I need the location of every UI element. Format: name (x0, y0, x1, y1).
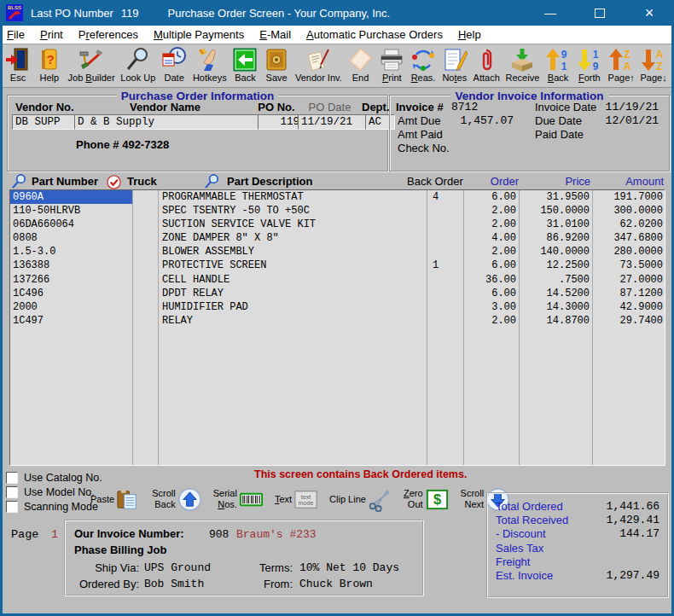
table-row[interactable]: 136388PROTECTIVE SCREEN16.0012.250073.50… (10, 259, 665, 272)
totals-value: 1,297.49 (591, 569, 659, 582)
action-zero-out[interactable]: ZeroOut$ (404, 487, 450, 512)
toolbar-print[interactable]: Print (377, 47, 406, 87)
truck-check-icon[interactable] (106, 174, 122, 190)
svg-text:?: ? (46, 52, 54, 67)
toolbar-hotkeys[interactable]: Hotkeys (191, 47, 229, 87)
action-serial[interactable]: SerialNos. (213, 487, 264, 512)
paid-date-label: Paid Date (535, 128, 584, 141)
check-no-label: Check No. (398, 142, 450, 154)
invoice-no-label: Invoice # (396, 101, 444, 113)
checkbox-use-catalog-no[interactable] (6, 472, 18, 484)
table-row[interactable]: 0960APROGRAMMABLE THERMOSTAT46.0031.9500… (10, 190, 665, 204)
due-date-label: Due Date (535, 114, 582, 127)
cell-part-description (159, 369, 427, 382)
price-header: Price (519, 175, 590, 188)
menu-multiple-payments[interactable]: Multiple Payments (146, 28, 252, 41)
toolbar-notes[interactable]: Notes (440, 47, 469, 87)
table-row[interactable]: 1C496DPDT RELAY6.0014.520087.1200 (10, 287, 665, 300)
toolbar: Esc?HelpJob BuilderLook UpDateHotkeysBac… (0, 45, 674, 88)
terms-label: Terms: (219, 561, 293, 574)
toolbar-look-up[interactable]: Look Up (119, 47, 157, 87)
table-row[interactable]: 137266CELL HANDLE36.00.750027.0000 (10, 273, 665, 287)
cell-price (520, 410, 593, 424)
cell-order: 2.00 (464, 204, 520, 218)
toolbar-forth-19[interactable]: 19Forth (575, 47, 604, 87)
cell-part-number (10, 355, 133, 369)
cell-truck (133, 369, 159, 382)
cell-truck (133, 438, 159, 451)
toolbar-page-down[interactable]: AZPage↓ (639, 47, 669, 87)
window-controls: — × (526, 0, 674, 26)
toolbar-save[interactable]: Save (262, 47, 291, 87)
toolbar-vendor-inv[interactable]: Vendor Inv. (293, 47, 344, 87)
table-row[interactable]: 2000HUMIDIFIER PAD3.0014.300042.9000 (10, 300, 665, 314)
menu-automatic-purchase-orders[interactable]: Automatic Purchase Orders (299, 28, 450, 41)
page-down-icon: AZ (641, 47, 666, 73)
toolbar-esc[interactable]: Esc (3, 47, 32, 87)
cell-part-description (159, 328, 427, 341)
invoice-date-value: 11/19/21 (595, 101, 659, 113)
toolbar-attach[interactable]: Attach (472, 47, 502, 87)
maximize-button[interactable] (575, 0, 625, 26)
toolbar-back-arrow[interactable]: Back (230, 47, 259, 87)
toolbar-help[interactable]: ?Help (35, 47, 64, 87)
table-row[interactable]: 0808ZONE DAMPER 8" X 8"4.0086.9200347.68… (10, 231, 665, 245)
menu-print[interactable]: Print (32, 28, 71, 41)
table-row[interactable]: 1.5-3.0BLOWER ASSEMBLY2.00140.0000280.00… (10, 245, 665, 259)
cell-back-order (427, 218, 464, 231)
cell-part-description: BLOWER ASSEMBLY (159, 245, 427, 259)
menu-help[interactable]: Help (450, 28, 489, 41)
vendor-no-field[interactable]: DB SUPP (12, 114, 79, 130)
svg-text:9: 9 (592, 61, 598, 73)
invoice-no-value: 8712 (451, 101, 478, 113)
action-paste[interactable]: Paste (90, 487, 141, 512)
cell-truck (133, 396, 159, 410)
cell-amount (593, 396, 665, 410)
cell-part-description: HUMIDIFIER PAD (159, 300, 427, 314)
toolbar-back-91[interactable]: 91Back (543, 47, 572, 87)
cell-part-number: 1C496 (10, 287, 133, 300)
cell-part-number: 137266 (10, 273, 133, 287)
cell-back-order (427, 273, 464, 287)
window-title: Purchase Order Screen - Your Company, In… (168, 7, 391, 20)
table-row[interactable]: 110-50HLRVBSPEC TSENTRY -50 TO +50C2.001… (10, 204, 665, 218)
action-clip-line[interactable]: Clip Line (329, 487, 392, 512)
toolbar-label: Back (548, 73, 568, 83)
po-no-field[interactable]: 119 (258, 114, 303, 130)
toolbar-label: Vendor Inv. (295, 73, 342, 83)
toolbar-receive[interactable]: Receive (504, 47, 542, 87)
last-po-label: Last PO Number (31, 7, 113, 20)
action-scroll-up[interactable]: ScrollBack (152, 487, 202, 512)
cell-back-order (427, 341, 464, 355)
cell-order (464, 424, 520, 438)
checkbox-scanning-mode[interactable] (6, 501, 18, 513)
close-button[interactable]: × (625, 0, 674, 26)
toolbar-label: Date (164, 73, 183, 83)
table-row[interactable]: 06DA660064SUCTION SERVICE VALVE KIT2.003… (10, 218, 665, 231)
truck-header: Truck (127, 175, 157, 188)
checkbox-use-model-no[interactable] (6, 486, 18, 498)
toolbar-reassign[interactable]: Reas. (409, 47, 438, 87)
toolbar-end[interactable]: End (346, 47, 375, 87)
search-description-icon[interactable] (204, 173, 220, 189)
title-bar[interactable]: BLSS Last PO Number 119 Purchase Order S… (0, 0, 674, 26)
toolbar-label: Help (39, 73, 59, 83)
minimize-button[interactable]: — (526, 0, 575, 26)
vendor-name-field[interactable]: D & B Supply (74, 114, 263, 130)
table-row[interactable]: 1C497RELAY2.0014.870029.7400 (10, 314, 665, 328)
menu-e-mail[interactable]: E-Mail (252, 28, 299, 41)
menu-file[interactable]: File (0, 28, 32, 41)
toolbar-job-builder[interactable]: Job Builder (67, 47, 117, 87)
last-po-number: 119 (121, 7, 139, 20)
menu-preferences[interactable]: Preferences (71, 28, 146, 41)
zero-out-icon: $ (425, 487, 450, 512)
toolbar-date[interactable]: Date (160, 47, 189, 87)
toolbar-label: Print (382, 73, 402, 83)
cell-order (464, 328, 520, 341)
action-text-mode[interactable]: Texttextmode (275, 487, 318, 512)
cell-order: 3.00 (464, 300, 520, 314)
search-icon[interactable] (11, 173, 27, 189)
toolbar-page-up[interactable]: ZAPage↑ (607, 47, 636, 87)
cell-truck (133, 300, 159, 314)
po-date-field[interactable]: 11/19/21 (298, 114, 370, 130)
